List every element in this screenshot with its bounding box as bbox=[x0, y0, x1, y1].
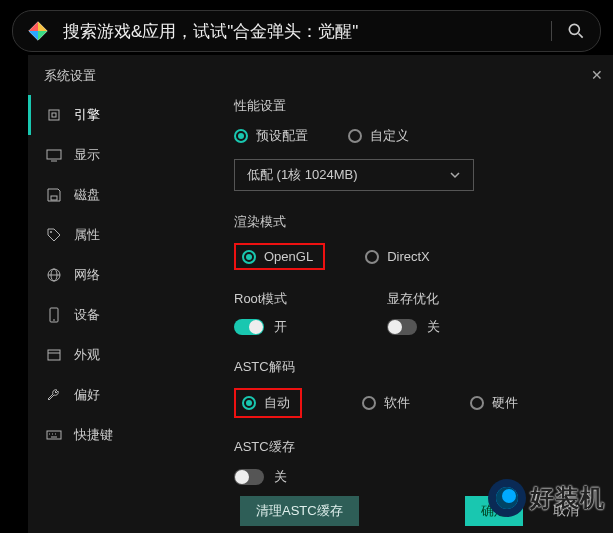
select-value: 低配 (1核 1024MB) bbox=[247, 166, 358, 184]
section-render-title: 渲染模式 bbox=[234, 213, 589, 231]
section-performance-title: 性能设置 bbox=[234, 97, 589, 115]
svg-rect-8 bbox=[52, 113, 56, 117]
toggle-label: 关 bbox=[427, 318, 440, 336]
chevron-down-icon bbox=[449, 169, 461, 181]
radio-astc-soft[interactable]: 软件 bbox=[362, 394, 410, 412]
highlight-astc-auto: 自动 bbox=[234, 388, 302, 418]
toggle-astc-cache[interactable]: 关 bbox=[234, 468, 287, 486]
radio-custom[interactable]: 自定义 bbox=[348, 127, 409, 145]
sidebar-item-label: 设备 bbox=[74, 306, 100, 324]
radio-preset[interactable]: 预设配置 bbox=[234, 127, 308, 145]
sidebar-item-label: 网络 bbox=[74, 266, 100, 284]
toggle-label: 关 bbox=[274, 468, 287, 486]
sidebar-item-preference[interactable]: 偏好 bbox=[28, 375, 210, 415]
svg-rect-7 bbox=[49, 110, 59, 120]
sidebar-item-properties[interactable]: 属性 bbox=[28, 215, 210, 255]
svg-point-12 bbox=[50, 231, 52, 233]
sidebar-item-label: 显示 bbox=[74, 146, 100, 164]
cpu-icon bbox=[46, 107, 62, 123]
save-icon bbox=[46, 187, 62, 203]
svg-marker-3 bbox=[29, 31, 38, 40]
cancel-button[interactable]: 取消 bbox=[537, 496, 595, 526]
radio-astc-hard[interactable]: 硬件 bbox=[470, 394, 518, 412]
svg-marker-1 bbox=[38, 22, 47, 31]
svg-marker-2 bbox=[38, 31, 47, 40]
radio-label: OpenGL bbox=[264, 249, 313, 264]
sidebar-item-display[interactable]: 显示 bbox=[28, 135, 210, 175]
section-astc-title: ASTC解码 bbox=[234, 358, 589, 376]
clear-astc-button[interactable]: 清理ASTC缓存 bbox=[240, 496, 359, 526]
radio-directx[interactable]: DirectX bbox=[365, 249, 430, 264]
sidebar-item-label: 外观 bbox=[74, 346, 100, 364]
ok-button[interactable]: 确定 bbox=[465, 496, 523, 526]
vram-title: 显存优化 bbox=[387, 290, 440, 308]
performance-select[interactable]: 低配 (1核 1024MB) bbox=[234, 159, 474, 191]
radio-label: 自定义 bbox=[370, 127, 409, 145]
radio-label: 硬件 bbox=[492, 394, 518, 412]
sidebar-item-label: 引擎 bbox=[74, 106, 100, 124]
sidebar-item-network[interactable]: 网络 bbox=[28, 255, 210, 295]
panel-title: 系统设置 bbox=[44, 67, 96, 85]
svg-marker-4 bbox=[29, 22, 38, 31]
search-divider bbox=[551, 21, 552, 41]
svg-line-6 bbox=[579, 34, 583, 38]
globe-icon bbox=[46, 267, 62, 283]
sidebar-item-engine[interactable]: 引擎 bbox=[28, 95, 210, 135]
search-bar[interactable]: 搜索游戏&应用，试试"合金弹头：觉醒" bbox=[12, 10, 601, 52]
app-logo-icon bbox=[27, 20, 49, 42]
keyboard-icon bbox=[46, 427, 62, 443]
sidebar-item-label: 偏好 bbox=[74, 386, 100, 404]
radio-label: 自动 bbox=[264, 394, 290, 412]
window-icon bbox=[46, 347, 62, 363]
root-block: Root模式 开 bbox=[234, 290, 287, 338]
sidebar-item-label: 属性 bbox=[74, 226, 100, 244]
sidebar-item-shortcut[interactable]: 快捷键 bbox=[28, 415, 210, 455]
toggle-label: 开 bbox=[274, 318, 287, 336]
radio-label: DirectX bbox=[387, 249, 430, 264]
radio-label: 软件 bbox=[384, 394, 410, 412]
svg-point-5 bbox=[569, 24, 579, 34]
radio-label: 预设配置 bbox=[256, 127, 308, 145]
footer-bar: 清理ASTC缓存 确定 取消 bbox=[210, 493, 613, 533]
wrench-icon bbox=[46, 387, 62, 403]
radio-opengl[interactable]: OpenGL bbox=[242, 249, 313, 264]
svg-rect-18 bbox=[48, 350, 60, 360]
toggle-root[interactable]: 开 bbox=[234, 318, 287, 336]
radio-astc-auto[interactable]: 自动 bbox=[242, 394, 290, 412]
settings-content: 性能设置 预设配置 自定义 低配 (1核 1024MB) 渲染模式 OpenGL… bbox=[210, 55, 613, 533]
settings-sidebar: 引擎 显示 磁盘 属性 网络 设备 外观 偏好 bbox=[28, 55, 210, 533]
sidebar-item-device[interactable]: 设备 bbox=[28, 295, 210, 335]
sidebar-item-label: 磁盘 bbox=[74, 186, 100, 204]
sidebar-item-disk[interactable]: 磁盘 bbox=[28, 175, 210, 215]
sidebar-item-appearance[interactable]: 外观 bbox=[28, 335, 210, 375]
svg-rect-9 bbox=[47, 150, 61, 159]
phone-icon bbox=[46, 307, 62, 323]
svg-rect-11 bbox=[51, 196, 57, 200]
tag-icon bbox=[46, 227, 62, 243]
settings-panel: 系统设置 ✕ 引擎 显示 磁盘 属性 网络 设备 外观 bbox=[28, 55, 613, 533]
monitor-icon bbox=[46, 147, 62, 163]
search-placeholder: 搜索游戏&应用，试试"合金弹头：觉醒" bbox=[63, 20, 537, 43]
section-astc-cache-title: ASTC缓存 bbox=[234, 438, 589, 456]
sidebar-item-label: 快捷键 bbox=[74, 426, 113, 444]
svg-rect-20 bbox=[47, 431, 61, 439]
toggle-vram[interactable]: 关 bbox=[387, 318, 440, 336]
root-title: Root模式 bbox=[234, 290, 287, 308]
highlight-opengl: OpenGL bbox=[234, 243, 325, 270]
vram-block: 显存优化 关 bbox=[387, 290, 440, 338]
search-icon[interactable] bbox=[566, 21, 586, 41]
